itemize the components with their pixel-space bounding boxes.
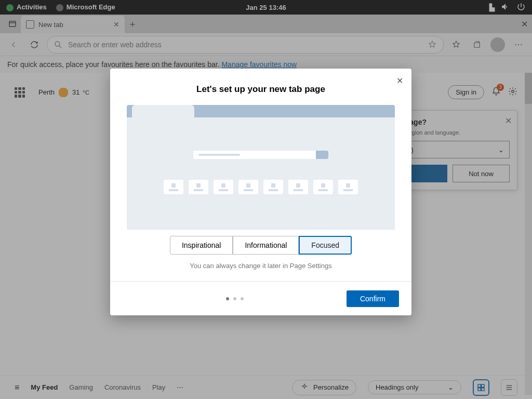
layout-option-inspirational[interactable]: Inspirational: [170, 236, 233, 255]
modal-close-icon[interactable]: ✕: [396, 76, 403, 86]
modal-hint: You can always change it later in Page S…: [110, 262, 411, 270]
setup-modal: ✕ Let's set up your new tab page Inspira…: [110, 69, 411, 315]
layout-option-focused[interactable]: Focused: [299, 236, 352, 255]
layout-segmented-control: Inspirational Informational Focused: [127, 236, 395, 255]
page-indicator: [226, 297, 244, 300]
confirm-button[interactable]: Confirm: [347, 290, 399, 307]
modal-title: Let's set up your new tab page: [121, 84, 401, 95]
layout-option-informational[interactable]: Informational: [233, 236, 299, 255]
layout-preview: [127, 105, 395, 230]
